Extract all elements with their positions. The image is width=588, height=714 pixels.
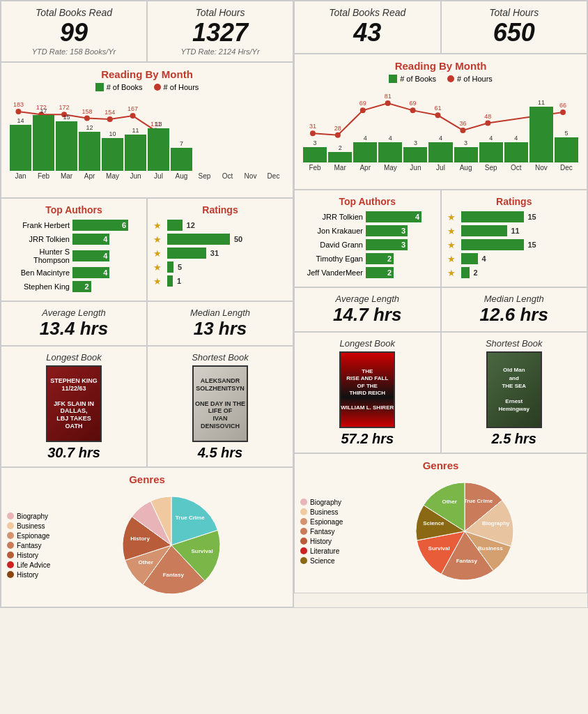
bar-group-9: 11 [529,99,553,162]
right-med-value: 12.6 hrs [447,304,582,326]
right-longest-cover: THERISE AND FALLOF THETHIRD REICHWILLIAM… [339,351,395,428]
left-total-books: Total Books Read 99 YTD Rate: 158 Books/… [1,1,147,62]
svg-text:Science: Science [423,520,444,526]
bar-group-0: 3 [303,139,327,162]
author-row: JRR Tolkien4 [300,211,435,222]
svg-text:History: History [130,536,150,542]
right-length-row: Average Length 14.7 hrs Median Length 12… [294,287,587,332]
right-genres: Genres BiographyBusinessEspionageFantasy… [294,453,587,593]
right-total-books-label: Total Books Read [303,7,432,18]
bar-group-11 [263,170,284,171]
rating-row: ★5 [153,261,287,273]
left-med-label: Median Length [153,307,287,318]
svg-text:Other: Other [139,559,153,565]
bar-group-6: 13 [148,121,169,171]
right-total-hours: Total Hours 650 [441,1,588,54]
genre-legend-item: History [7,571,50,579]
right-ratings-list: ★15★11★15★4★2 [447,211,582,278]
left-med-length: Median Length 13 hrs [147,301,293,346]
rating-row: ★12 [153,220,287,231]
rating-row: ★2 [447,267,582,278]
author-row: Ben Macintyre4 [7,267,141,278]
right-legend-books-icon [389,75,397,83]
svg-text:Fantasy: Fantasy [163,572,185,578]
left-pie: True CrimeSurvivalFantasyOtherHistory [56,489,287,601]
author-row: Timothy Egan2 [300,253,435,264]
svg-text:Survival: Survival [428,545,450,552]
genre-legend-item: Fantasy [300,528,343,536]
bar-group-2: 15 [56,114,77,171]
left-longest-hours: 30.7 hrs [7,445,141,461]
left-bars: 141715121011137 [10,94,284,171]
rating-row: ★15 [447,239,582,250]
left-books-row: Longest Book STEPHEN KING11/22/63JFK SLA… [1,346,293,467]
genre-legend-item: Literature [300,547,343,555]
right-total-hours-label: Total Hours [450,7,579,18]
left-authors-list: Frank Herbert6JRR Tolkien4Hunter S Thomp… [7,220,141,292]
genre-legend-item: Life Advice [7,561,50,569]
left-total-hours-ytd: YTD Rate: 2124 Hrs/Yr [156,47,284,56]
bar-group-8: 4 [504,135,528,162]
bar-group-9 [217,170,238,171]
left-chart-legend: # of Books # of Hours [7,83,287,91]
author-row: Stephen King2 [7,281,141,292]
right-longest-hours: 57.2 hrs [300,431,435,447]
bar-group-10 [240,170,261,171]
left-longest-book: Longest Book STEPHEN KING11/22/63JFK SLA… [1,346,147,467]
bar-group-8 [194,170,215,171]
svg-text:Biography: Biography [482,520,510,526]
rating-row: ★4 [447,253,582,264]
genre-legend-item: Business [7,522,50,530]
bar-group-1: 17 [33,107,54,171]
bar-group-4: 10 [102,130,123,171]
left-avg-value: 13.4 hrs [7,318,141,340]
right-pie-chart: True CrimeBiographyBusinessFantasySurviv… [409,476,520,587]
bar-group-10: 5 [555,130,578,162]
right-shortest-cover: Old ManandTHE SEAErnestHemingway [486,351,542,428]
bar-group-4: 3 [403,139,427,162]
right-med-label: Median Length [447,294,582,304]
bar-group-6: 3 [454,139,478,162]
left-genres-content: BiographyBusinessEspionageFantasyHistory… [7,489,287,601]
right-pie: True CrimeBiographyBusinessFantasySurviv… [348,476,581,587]
genre-legend-item: History [7,552,50,559]
right-chart-legend: # of Books # of Hours [300,75,581,83]
right-month-labels: FebMarAprMayJunJulAugSepOctNovDec [303,164,578,172]
svg-text:Fantasy: Fantasy [456,558,478,564]
left-total-books-label: Total Books Read [10,7,138,18]
bar-group-5: 11 [125,127,146,171]
right-legend-books: # of Books [389,75,436,83]
bar-group-3: 12 [79,124,100,171]
author-row: Jeff VanderMeer2 [300,267,435,278]
genre-legend-item: Fantasy [7,542,50,549]
genre-legend-item: Espionage [7,532,50,540]
right-shortest-book: Shortest Book Old ManandTHE SEAErnestHem… [441,332,588,453]
right-bar-chart: 312869816961364866 324434344115 FebMarAp… [300,86,581,183]
right-chart-title: Reading By Month [300,60,581,72]
right-med-length: Median Length 12.6 hrs [441,287,588,332]
bar-group-0: 14 [10,117,31,171]
left-med-value: 13 hrs [153,318,287,340]
right-avg-label: Average Length [300,294,435,304]
left-shortest-book: Shortest Book ALEKSANDRSOLZHENITSYNONE D… [147,346,293,467]
legend-books-icon [95,83,104,91]
left-authors-title: Top Authors [7,204,141,215]
right-genres-content: BiographyBusinessEspionageFantasyHistory… [300,476,581,587]
rating-row: ★31 [153,248,287,259]
svg-text:True Crime: True Crime [176,515,205,521]
left-genres: Genres BiographyBusinessEspionageFantasy… [1,467,293,607]
right-total-hours-value: 650 [450,18,579,47]
left-avg-length: Average Length 13.4 hrs [1,301,147,346]
left-longest-cover: STEPHEN KING11/22/63JFK SLAIN IN DALLAS,… [46,365,102,442]
left-avg-label: Average Length [7,307,141,318]
right-shortest-hours: 2.5 hrs [447,431,582,447]
right-legend-hours-icon [447,75,454,82]
author-row: David Grann3 [300,239,435,250]
bar-group-3: 4 [378,135,402,162]
left-shortest-hours: 4.5 hrs [153,445,287,461]
author-row: Jon Krakauer3 [300,225,435,236]
bar-group-7: 7 [171,140,192,171]
right-longest-book: Longest Book THERISE AND FALLOF THETHIRD… [294,332,441,453]
rating-row: ★1 [153,275,287,287]
svg-text:Other: Other [442,499,457,505]
